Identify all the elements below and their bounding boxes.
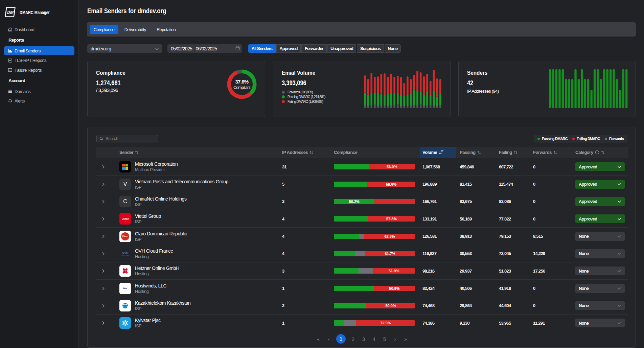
svg-text:OVH: OVH — [122, 251, 128, 254]
svg-text:DM: DM — [7, 10, 14, 15]
